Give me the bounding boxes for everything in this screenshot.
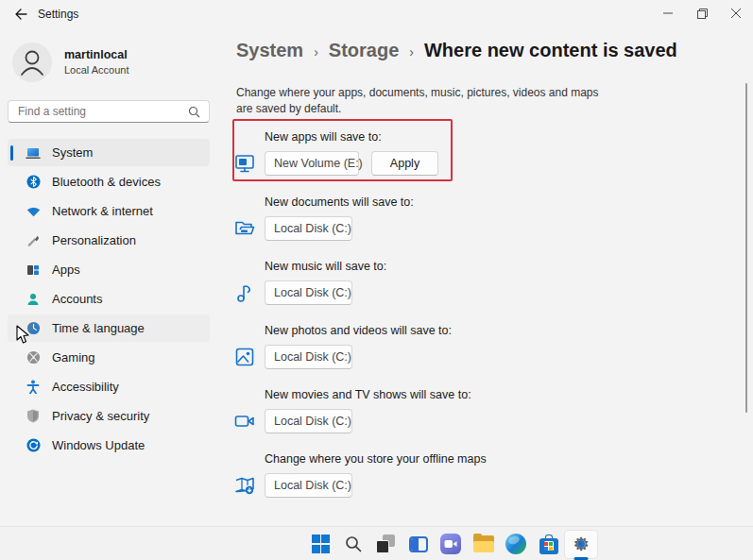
- windows-logo-icon: [312, 535, 331, 553]
- sidebar-item-bluetooth-devices[interactable]: Bluetooth & devices: [8, 168, 210, 195]
- sidebar-item-label: Windows Update: [52, 438, 145, 452]
- sidebar-item-label: Gaming: [52, 350, 95, 365]
- file-explorer-button[interactable]: [468, 527, 501, 560]
- section-offline-maps: Change where you store your offline maps…: [233, 452, 611, 498]
- dropdown-value: Local Disk (C:): [274, 222, 351, 235]
- sidebar-item-network-internet[interactable]: Network & internet: [8, 197, 210, 225]
- chevron-right-icon: ›: [409, 42, 414, 59]
- sidebar-item-label: Accounts: [52, 292, 102, 306]
- search-icon: [188, 106, 200, 118]
- page-description: Change where your apps, documents, music…: [236, 85, 599, 117]
- section-label: New apps will save to:: [265, 130, 611, 144]
- breadcrumb: System › Storage › Where new content is …: [236, 40, 677, 61]
- task-view-button[interactable]: [369, 527, 402, 560]
- profile-account-type: Local Account: [64, 64, 129, 76]
- section-label: New documents will save to:: [265, 195, 611, 210]
- person-icon: [12, 42, 52, 82]
- sidebar-item-label: Personalization: [52, 233, 136, 247]
- taskbar: ⚙ ENG: [0, 526, 753, 560]
- widgets-button[interactable]: [402, 527, 436, 560]
- search-box[interactable]: [8, 100, 210, 123]
- new-music-drive-dropdown[interactable]: Local Disk (C:): [265, 280, 352, 305]
- section-label: New movies and TV shows will save to:: [265, 388, 611, 402]
- sidebar-item-personalization[interactable]: Personalization: [8, 227, 210, 254]
- offline-maps-drive-dropdown[interactable]: Local Disk (C:): [265, 473, 352, 498]
- xbox-icon: [26, 350, 41, 365]
- widgets-icon: [409, 536, 428, 552]
- back-button[interactable]: [9, 4, 32, 25]
- search-input[interactable]: [9, 105, 188, 118]
- sidebar-nav: System Bluetooth & devices Network & int…: [8, 139, 210, 461]
- breadcrumb-storage[interactable]: Storage: [329, 40, 399, 61]
- minimize-icon: [663, 8, 673, 18]
- settings-taskbar-button[interactable]: ⚙: [565, 527, 598, 560]
- vertical-scrollbar[interactable]: [745, 83, 747, 413]
- new-apps-drive-dropdown[interactable]: New Volume (E:): [265, 151, 359, 176]
- minimize-button[interactable]: [651, 0, 685, 26]
- apply-button[interactable]: Apply: [371, 151, 438, 176]
- sidebar-item-privacy-security[interactable]: Privacy & security: [8, 402, 210, 430]
- breadcrumb-system[interactable]: System: [236, 40, 303, 61]
- task-view-icon: [376, 535, 395, 553]
- brush-icon: [26, 233, 41, 248]
- section-new-music: New music will save to: Local Disk (C:): [233, 260, 611, 305]
- sidebar-item-accounts[interactable]: Accounts: [8, 285, 210, 313]
- system-icon: [26, 145, 41, 161]
- folder-icon: [233, 217, 256, 240]
- window-title: Settings: [38, 8, 78, 21]
- section-new-movies-tv: New movies and TV shows will save to: Lo…: [233, 388, 611, 433]
- taskbar-search-button[interactable]: [337, 527, 370, 560]
- section-label: New photos and videos will save to:: [265, 324, 611, 338]
- account-person-icon: [26, 292, 41, 307]
- sidebar-item-accessibility[interactable]: Accessibility: [8, 373, 210, 400]
- page-title: Where new content is saved: [424, 40, 677, 61]
- section-label: New music will save to:: [265, 260, 611, 274]
- edge-icon: [505, 534, 526, 554]
- restore-button[interactable]: [685, 0, 719, 26]
- video-camera-icon: [233, 410, 256, 433]
- sidebar-item-label: System: [52, 145, 93, 160]
- sidebar-item-label: Network & internet: [52, 204, 153, 218]
- edge-button[interactable]: [500, 527, 533, 560]
- new-movies-drive-dropdown[interactable]: Local Disk (C:): [265, 409, 352, 433]
- app-monitor-icon: [233, 152, 256, 175]
- settings-gear-icon: ⚙: [571, 534, 591, 554]
- store-button[interactable]: [533, 527, 566, 560]
- apps-icon: [26, 263, 41, 278]
- section-new-photos-videos: New photos and videos will save to: Loca…: [233, 324, 611, 369]
- sidebar-item-label: Privacy & security: [52, 409, 149, 423]
- chevron-right-icon: ›: [314, 42, 318, 59]
- new-photos-drive-dropdown[interactable]: Local Disk (C:): [265, 345, 352, 369]
- section-label: Change where you store your offline maps: [265, 452, 611, 467]
- dropdown-value: New Volume (E:): [274, 157, 363, 170]
- new-documents-drive-dropdown[interactable]: Local Disk (C:): [265, 216, 352, 241]
- dropdown-value: Local Disk (C:): [274, 350, 351, 364]
- globe-clock-icon: [26, 321, 41, 336]
- close-icon: [731, 8, 741, 18]
- update-icon: [26, 438, 41, 453]
- sidebar-item-label: Apps: [52, 263, 80, 277]
- wifi-icon: [26, 204, 41, 219]
- sidebar-item-windows-update[interactable]: Windows Update: [8, 432, 210, 459]
- chat-button[interactable]: [435, 527, 468, 560]
- close-button[interactable]: [719, 0, 753, 26]
- shield-icon: [26, 409, 41, 424]
- sidebar-item-time-language[interactable]: Time & language: [8, 314, 210, 342]
- photo-icon: [233, 346, 256, 368]
- sidebar-item-label: Time & language: [52, 321, 145, 335]
- store-icon: [539, 535, 558, 554]
- sidebar-item-gaming[interactable]: Gaming: [8, 344, 210, 371]
- bluetooth-icon: [26, 175, 41, 190]
- search-icon: [344, 535, 363, 553]
- dropdown-value: Local Disk (C:): [274, 479, 351, 492]
- section-new-documents: New documents will save to: Local Disk (…: [233, 195, 611, 241]
- titlebar: Settings: [0, 0, 753, 28]
- restore-icon: [697, 8, 708, 19]
- start-button[interactable]: [304, 527, 337, 560]
- sidebar-item-label: Bluetooth & devices: [52, 175, 161, 189]
- sidebar-item-apps[interactable]: Apps: [8, 256, 210, 283]
- accessibility-person-icon: [26, 380, 41, 395]
- sidebar-item-system[interactable]: System: [8, 139, 210, 166]
- back-arrow-icon: [14, 8, 27, 20]
- avatar[interactable]: [12, 42, 52, 82]
